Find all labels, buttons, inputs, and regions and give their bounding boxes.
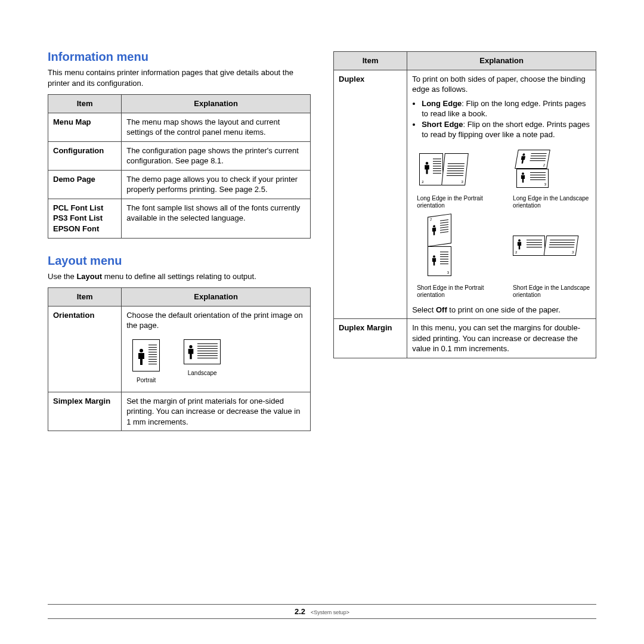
page-footer: 2.2 <System setup> xyxy=(48,604,596,619)
portrait-thumb: Portrait xyxy=(132,339,160,385)
col-header-item: Item xyxy=(48,288,122,306)
explanation-cell: The configuration page shows the printer… xyxy=(122,141,311,170)
left-column: Information menu This menu contains prin… xyxy=(48,48,311,431)
table-row: Simplex Margin Set the margin of print m… xyxy=(48,392,311,431)
duplex-off-note: Select Off to print on one side of the p… xyxy=(412,305,591,315)
right-column: Item Explanation Duplex To print on both… xyxy=(333,48,596,431)
duplex-figure-grid: 2 3 Long Edge in the Portrait orientatio… xyxy=(417,150,591,299)
svg-point-3 xyxy=(522,153,525,156)
svg-point-6 xyxy=(433,255,435,258)
layout-menu-table-cont: Item Explanation Duplex To print on both… xyxy=(333,51,596,358)
layout-menu-heading: Layout menu xyxy=(48,254,311,268)
svg-point-7 xyxy=(518,239,521,242)
svg-point-2 xyxy=(426,162,429,165)
info-menu-heading: Information menu xyxy=(48,50,311,64)
table-row: Menu Map The menu map shows the layout a… xyxy=(48,113,311,141)
explanation-cell: The menu map shows the layout and curren… xyxy=(122,113,311,141)
col-header-item: Item xyxy=(48,95,122,113)
table-row: Orientation Choose the default orientati… xyxy=(48,306,311,392)
col-header-item: Item xyxy=(334,52,407,70)
layout-menu-intro: Use the Layout menu to define all settin… xyxy=(48,271,311,282)
explanation-cell: Set the margin of print materials for on… xyxy=(122,392,311,431)
item-cell: PCL Font List PS3 Font List EPSON Font xyxy=(48,199,122,238)
item-cell: Configuration xyxy=(48,141,122,170)
explanation-cell: Choose the default orientation of the pr… xyxy=(122,306,311,392)
table-row: Duplex To print on both sides of paper, … xyxy=(334,70,596,319)
item-cell: Demo Page xyxy=(48,170,122,199)
item-cell: Simplex Margin xyxy=(48,392,122,431)
page: Information menu This menu contains prin… xyxy=(0,0,644,644)
explanation-cell: In this menu, you can set the margins fo… xyxy=(407,319,596,358)
explanation-cell: To print on both sides of paper, choose … xyxy=(407,70,596,319)
table-row: Configuration The configuration page sho… xyxy=(48,141,311,170)
col-header-explanation: Explanation xyxy=(407,52,596,70)
person-icon xyxy=(187,345,195,360)
info-menu-intro: This menu contains printer information p… xyxy=(48,67,311,88)
explanation-cell: The demo page allows you to check if you… xyxy=(122,170,311,199)
duplex-fig-long-portrait: 2 3 Long Edge in the Portrait orientatio… xyxy=(417,150,495,209)
explanation-cell: The font sample list shows all of the fo… xyxy=(122,199,311,238)
person-icon xyxy=(137,348,146,366)
layout-menu-table: Item Explanation Orientation Choose the … xyxy=(48,287,311,431)
svg-point-0 xyxy=(140,349,143,352)
duplex-fig-short-portrait: 2 3 xyxy=(417,215,495,299)
col-header-explanation: Explanation xyxy=(122,95,311,113)
info-menu-table: Item Explanation Menu Map The menu map s… xyxy=(48,94,311,238)
table-row: Demo Page The demo page allows you to ch… xyxy=(48,170,311,199)
item-cell: Menu Map xyxy=(48,113,122,141)
col-header-explanation: Explanation xyxy=(122,288,311,306)
item-cell: Orientation xyxy=(48,306,122,392)
item-cell: Duplex xyxy=(334,70,407,319)
item-cell: Duplex Margin xyxy=(334,319,407,358)
landscape-thumb: Landscape xyxy=(184,339,221,385)
table-row: Duplex Margin In this menu, you can set … xyxy=(334,319,596,358)
duplex-fig-short-landscape: 2 3 Short xyxy=(513,215,591,299)
svg-point-1 xyxy=(190,345,193,348)
svg-point-5 xyxy=(433,225,435,227)
duplex-fig-long-landscape: 2 3 xyxy=(513,150,591,209)
svg-point-4 xyxy=(522,172,524,175)
table-row: PCL Font List PS3 Font List EPSON Font T… xyxy=(48,199,311,238)
